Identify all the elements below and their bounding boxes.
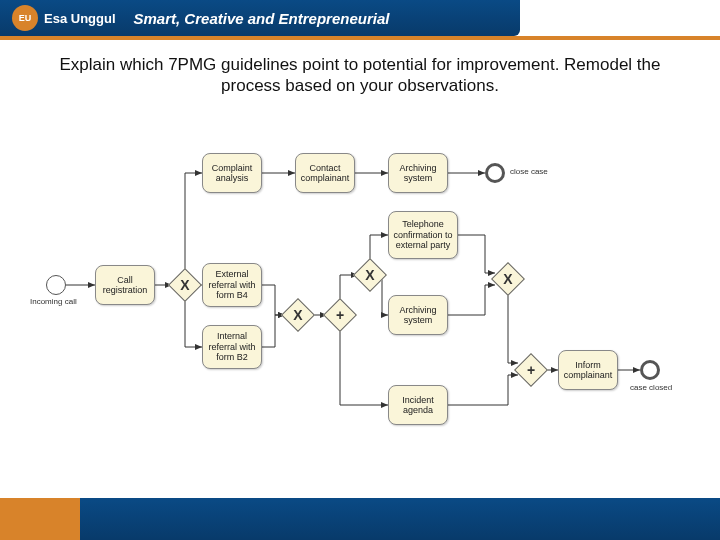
end-event-2-label: case closed: [630, 383, 672, 392]
instruction-text: Explain which 7PMG guidelines point to p…: [0, 40, 720, 105]
gateway-xor-label: X: [287, 304, 309, 326]
end-event-1: [485, 163, 505, 183]
footer-bar: [80, 498, 720, 540]
header: EU Esa Unggul Smart, Creative and Entrep…: [0, 0, 720, 40]
bpmn-diagram: Incoming call Call registration Complain…: [40, 125, 680, 465]
task-archiving-2: Archiving system: [388, 295, 448, 335]
gateway-and-label: +: [520, 359, 542, 381]
start-event-label: Incoming call: [30, 297, 85, 306]
gateway-xor-label: X: [497, 268, 519, 290]
footer: [0, 498, 720, 540]
task-contact-complainant: Contact complainant: [295, 153, 355, 193]
gateway-xor-1: X: [168, 268, 202, 302]
task-call-registration: Call registration: [95, 265, 155, 305]
start-event: [46, 275, 66, 295]
task-internal-referral: Internal referral with form B2: [202, 325, 262, 369]
gateway-and-1: +: [323, 298, 357, 332]
gateway-xor-label: X: [174, 274, 196, 296]
footer-accent: [0, 498, 80, 540]
gateway-and-2: +: [514, 353, 548, 387]
gateway-xor-label: X: [359, 264, 381, 286]
header-bar: EU Esa Unggul Smart, Creative and Entrep…: [0, 0, 520, 36]
gateway-xor-4: X: [491, 262, 525, 296]
task-external-referral: External referral with form B4: [202, 263, 262, 307]
gateway-xor-2: X: [281, 298, 315, 332]
task-telephone-confirmation: Telephone confirmation to external party: [388, 211, 458, 259]
task-complaint-analysis: Complaint analysis: [202, 153, 262, 193]
task-archiving-1: Archiving system: [388, 153, 448, 193]
logo-icon: EU: [12, 5, 38, 31]
task-inform-complainant: Inform complainant: [558, 350, 618, 390]
gateway-xor-3: X: [353, 258, 387, 292]
gateway-and-label: +: [329, 304, 351, 326]
task-incident-agenda: Incident agenda: [388, 385, 448, 425]
end-event-2: [640, 360, 660, 380]
end-event-1-label: close case: [510, 167, 548, 176]
tagline-text: Smart, Creative and Entrepreneurial: [134, 10, 390, 27]
brand-text: Esa Unggul: [44, 11, 116, 26]
